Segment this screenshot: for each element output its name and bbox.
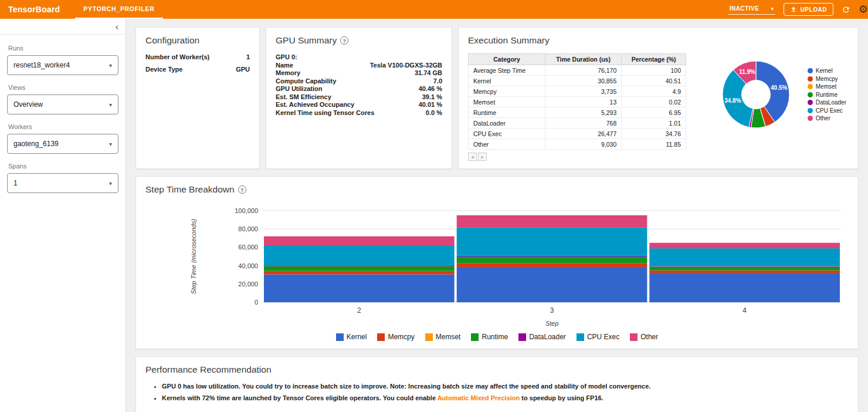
prev-page-button[interactable]: ◂ xyxy=(468,153,477,161)
legend-swatch xyxy=(425,333,433,341)
views-select[interactable]: Overview▾ xyxy=(7,94,118,114)
bar-segment-other[interactable] xyxy=(457,215,647,228)
upload-button[interactable]: UPLOAD xyxy=(784,3,833,16)
topbar: TensorBoard PYTORCH_PROFILER INACTIVE ▾ … xyxy=(0,0,868,19)
legend-swatch xyxy=(808,76,813,82)
bar-segment-runtime[interactable] xyxy=(457,257,647,263)
step-time-breakdown-chart[interactable]: 020,00040,00060,00080,000100,000Step Tim… xyxy=(145,202,847,328)
execution-summary-body: CategoryTime Duration (us)Percentage (%)… xyxy=(468,53,849,161)
sidebar-collapse-button[interactable]: ‹ xyxy=(116,22,118,32)
summary-row: Configuration Number of Worker(s)1Device… xyxy=(135,27,859,169)
value-cell: 11.85 xyxy=(622,139,686,150)
gpu-row-value: Tesla V100-DGXS-32GB xyxy=(370,62,442,70)
gpu-device-header: GPU 0: xyxy=(276,53,442,62)
category-cell: DataLoader xyxy=(469,118,545,129)
execution-summary-title: Execution Summary xyxy=(468,35,849,46)
status-label: INACTIVE xyxy=(730,5,760,12)
pie-slice-label: 11.9% xyxy=(739,69,755,75)
value-cell: 1.01 xyxy=(622,118,686,129)
sidebar-controls: Runsresnet18_worker4▾ViewsOverview▾Worke… xyxy=(0,35,126,194)
bar-segment-other[interactable] xyxy=(649,243,840,248)
bar-segment-other[interactable] xyxy=(264,237,455,245)
step-time-breakdown-title-text: Step Time Breakdown xyxy=(145,184,235,195)
legend-label: Memset xyxy=(816,83,837,90)
legend-label: Kernel xyxy=(347,333,367,341)
gpu-row: Est. Achieved Occupancy40.01 % xyxy=(276,101,442,109)
bar-segment-memcpy[interactable] xyxy=(649,271,840,273)
bar-segment-kernel[interactable] xyxy=(457,267,647,302)
legend-swatch xyxy=(577,333,584,341)
automatic-mixed-precision-link[interactable]: Automatic Mixed Precision xyxy=(438,394,520,401)
help-icon[interactable]: ? xyxy=(238,185,246,194)
gpu-row-label: Kernel Time using Tensor Cores xyxy=(276,109,374,117)
gpu-row-label: Est. SM Efficiency xyxy=(276,93,331,102)
y-tick-label: 0 xyxy=(255,299,258,306)
execution-summary-table-wrap: CategoryTime Duration (us)Percentage (%)… xyxy=(468,53,686,161)
legend-label: Memcpy xyxy=(388,333,414,341)
chevron-down-icon: ▾ xyxy=(109,180,112,187)
settings-gear-icon[interactable]: ⚙ xyxy=(859,4,868,15)
legend-item-memset: Memset xyxy=(425,333,461,341)
bar-segment-cpu-exec[interactable] xyxy=(649,248,840,266)
config-row-value: 1 xyxy=(246,53,250,60)
gpu-row-label: Compute Capability xyxy=(276,77,336,86)
performance-recommendation-title-text: Performance Recommendation xyxy=(145,364,272,375)
y-axis-title: Step Time (microseconds) xyxy=(190,219,197,295)
sidebar-section-label-views: Views xyxy=(8,84,117,91)
bar-segment-runtime[interactable] xyxy=(264,266,455,271)
y-tick-label: 20,000 xyxy=(238,281,258,288)
status-dropdown[interactable]: INACTIVE ▾ xyxy=(728,4,775,15)
gpu-summary-card: GPU Summary ? GPU 0: NameTesla V100-DGXS… xyxy=(266,27,452,169)
bar-segment-dataloader[interactable] xyxy=(649,266,840,267)
value-cell: 40.51 xyxy=(622,76,686,86)
help-icon[interactable]: ? xyxy=(340,36,348,45)
pie-slice-label: 34.8% xyxy=(724,97,741,104)
chevron-down-icon: ▾ xyxy=(771,6,774,12)
legend-swatch xyxy=(808,100,813,105)
tensorboard-logo[interactable]: TensorBoard xyxy=(8,5,60,14)
legend-item-other: Other xyxy=(630,333,658,341)
next-page-button[interactable]: ▸ xyxy=(478,153,487,161)
configuration-card: Configuration Number of Worker(s)1Device… xyxy=(135,27,260,169)
tab-pytorch-profiler[interactable]: PYTORCH_PROFILER xyxy=(75,0,162,19)
recommendation-item: Kernels with 72% time are launched by Te… xyxy=(162,394,849,401)
execution-summary-title-text: Execution Summary xyxy=(468,35,550,46)
bar-segment-cpu-exec[interactable] xyxy=(457,228,647,256)
legend-label: Memcpy xyxy=(816,76,838,82)
select-value: gaoteng_6139 xyxy=(13,140,59,148)
bar-segment-dataloader[interactable] xyxy=(457,256,647,257)
column-header: Percentage (%) xyxy=(622,54,686,65)
recommendation-item: GPU 0 has low utilization. You could try… xyxy=(162,383,849,390)
bar-segment-kernel[interactable] xyxy=(264,274,455,302)
table-row: Memset130.02 xyxy=(469,97,686,107)
legend-swatch xyxy=(336,333,344,341)
performance-recommendation-card: Performance Recommendation GPU 0 has low… xyxy=(135,356,859,412)
bar-segment-memcpy[interactable] xyxy=(264,271,455,275)
value-cell: 13 xyxy=(545,97,621,107)
legend-item-cpu-exec: CPU Exec xyxy=(808,107,846,114)
bar-segment-kernel[interactable] xyxy=(649,273,840,302)
bar-segment-runtime[interactable] xyxy=(649,266,840,270)
legend-swatch xyxy=(808,84,813,89)
bar-segment-cpu-exec[interactable] xyxy=(264,245,455,265)
config-row-label: Number of Worker(s) xyxy=(145,53,209,60)
legend-swatch xyxy=(630,333,638,341)
legend-item-kernel: Kernel xyxy=(808,67,846,74)
workers-select[interactable]: gaoteng_6139▾ xyxy=(7,134,118,154)
plugin-tabs: PYTORCH_PROFILER xyxy=(75,0,162,19)
refresh-icon[interactable] xyxy=(842,5,850,14)
bar-segment-dataloader[interactable] xyxy=(264,265,455,266)
donut-legend: KernelMemcpyMemsetRuntimeDataLoaderCPU E… xyxy=(808,67,846,121)
runs-select[interactable]: resnet18_worker4▾ xyxy=(7,55,118,75)
gpu-row-label: Memory xyxy=(276,69,300,77)
table-row: DataLoader7681.01 xyxy=(469,118,686,129)
legend-label: DataLoader xyxy=(816,99,846,106)
x-axis-title: Step xyxy=(545,320,559,327)
step-time-breakdown-title: Step Time Breakdown ? xyxy=(145,184,849,195)
configuration-rows: Number of Worker(s)1Device TypeGPU xyxy=(145,53,250,73)
spans-select[interactable]: 1▾ xyxy=(7,173,118,193)
bar-segment-memcpy[interactable] xyxy=(457,263,647,267)
category-cell: CPU Exec xyxy=(469,129,545,139)
legend-swatch xyxy=(471,333,479,341)
execution-summary-donut-chart[interactable]: 40.5%34.8%11.9% xyxy=(717,56,795,133)
